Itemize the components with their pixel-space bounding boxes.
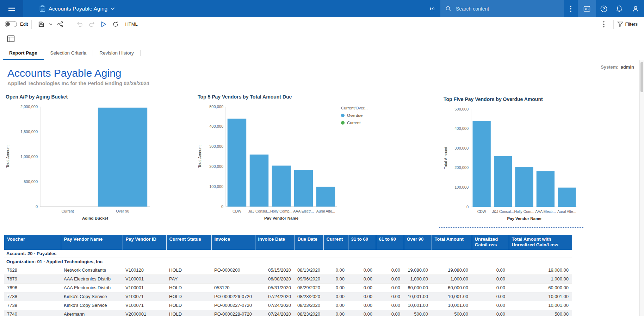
table-cell: Kinko's Copy Service xyxy=(61,292,123,301)
column-header[interactable]: Current xyxy=(323,235,348,250)
table-cell: AAA Electronics Distrib xyxy=(61,274,123,283)
search-input[interactable] xyxy=(455,6,550,12)
toggle-knob xyxy=(6,22,10,26)
save-button[interactable] xyxy=(35,18,47,31)
vertical-scrollbar[interactable] xyxy=(639,60,644,316)
cognos-app: { "app": { "navbar": { "title": "Account… xyxy=(0,0,644,316)
tab-report-page[interactable]: Report Page xyxy=(3,46,44,60)
bar[interactable] xyxy=(515,167,533,207)
table-cell: 0.00 xyxy=(348,301,376,310)
help-button[interactable]: ? xyxy=(596,0,612,17)
menu-button[interactable] xyxy=(0,0,23,17)
account-button[interactable] xyxy=(627,0,644,17)
bar[interactable] xyxy=(558,188,576,207)
svg-text:1,000,000: 1,000,000 xyxy=(20,154,38,159)
column-header[interactable]: 31 to 60 xyxy=(348,235,376,250)
toolbar-more-button[interactable] xyxy=(598,18,610,31)
bar[interactable] xyxy=(494,156,512,207)
bar[interactable] xyxy=(250,154,269,207)
bar[interactable] xyxy=(473,121,491,207)
table-row: 7738Kinko's Copy ServiceV100071HOLDPO-00… xyxy=(4,292,572,301)
table-cell: V100071 xyxy=(123,292,166,301)
svg-text:Over 90: Over 90 xyxy=(116,209,129,213)
table-cell: 1,000.00 xyxy=(509,274,572,283)
svg-text:Current: Current xyxy=(61,209,74,213)
bar[interactable] xyxy=(98,108,147,207)
live-signal-button[interactable] xyxy=(424,0,440,17)
save-dropdown-button[interactable] xyxy=(47,18,54,31)
navbar-report-switcher[interactable]: Accounts Payable Aging xyxy=(39,5,115,12)
table-cell: 08/23/2020 xyxy=(295,292,323,301)
svg-text:500,000: 500,000 xyxy=(454,107,469,111)
bar[interactable] xyxy=(228,119,247,207)
table-row: 7740AkermannV2000001HOLDPO-0000228-07200… xyxy=(4,310,572,316)
edit-toggle[interactable] xyxy=(5,21,17,27)
scrollbar-thumb[interactable] xyxy=(640,62,643,92)
table-cell: 07/24/2020 xyxy=(255,301,295,310)
page-views-button[interactable] xyxy=(5,32,17,45)
column-header[interactable]: Voucher xyxy=(4,235,61,250)
column-header[interactable]: Due Date xyxy=(295,235,323,250)
redo-button[interactable] xyxy=(86,18,98,31)
tab-selection-criteria[interactable]: Selection Criteria xyxy=(44,46,93,60)
table-cell: V100071 xyxy=(123,301,166,310)
chart-top5-overdue[interactable]: Top Five Pay Vendors by Overdue Amount 0… xyxy=(439,94,584,228)
notifications-button[interactable] xyxy=(612,0,627,17)
chart-title: Top Five Pay Vendors by Overdue Amount xyxy=(444,96,580,102)
table-cell: PO-0000227-0720 xyxy=(211,301,255,310)
table-cell: 0.00 xyxy=(348,274,376,283)
table-cell: 10,001.00 xyxy=(404,301,432,310)
column-header[interactable]: Total Amount xyxy=(432,235,472,250)
column-header[interactable]: Over 90 xyxy=(404,235,432,250)
apps-button[interactable] xyxy=(578,0,596,17)
bar[interactable] xyxy=(537,171,555,207)
filters-label: Filters xyxy=(625,21,638,27)
refresh-button[interactable] xyxy=(110,18,122,31)
chart-plot: 0100,000200,000300,000400,000500,000Tota… xyxy=(197,102,340,225)
chart-legend: Current/Over... OverdueCurrent xyxy=(340,94,400,225)
table-cell: HOLD xyxy=(166,310,211,316)
column-header[interactable]: Pay Vendor Name xyxy=(61,235,123,250)
funnel-icon xyxy=(617,21,623,27)
share-button[interactable] xyxy=(54,18,66,31)
table-cell: 0.00 xyxy=(323,274,348,283)
page-tabs: Report Page Selection Criteria Revision … xyxy=(0,46,644,60)
bar[interactable] xyxy=(272,166,291,207)
run-button[interactable] xyxy=(98,18,110,31)
save-icon xyxy=(38,21,44,27)
undo-button[interactable] xyxy=(74,18,86,31)
column-header[interactable]: Invoice xyxy=(211,235,255,250)
kebab-icon xyxy=(570,6,571,12)
svg-text:Aural Alte...: Aural Alte... xyxy=(557,209,576,214)
table-cell: 60,000.00 xyxy=(432,283,472,292)
chart-title: Top 5 Pay Vendors by Total Amount Due xyxy=(198,94,340,100)
report-icon xyxy=(39,5,45,12)
search-bar[interactable] xyxy=(440,0,564,17)
legend-title: Current/Over... xyxy=(341,106,400,110)
filters-button[interactable]: Filters xyxy=(617,21,638,27)
bar[interactable] xyxy=(316,187,335,207)
play-icon xyxy=(101,21,106,27)
column-header[interactable]: Current Status xyxy=(166,235,211,250)
svg-text:J&J Consul...: J&J Consul... xyxy=(248,209,270,213)
chart-top5-total-due[interactable]: Top 5 Pay Vendors by Total Amount Due 01… xyxy=(197,94,400,225)
group-header-cell: Account: 20 - Payables xyxy=(4,250,572,258)
table-cell: 19,080.00 xyxy=(404,266,432,274)
column-header[interactable]: Pay Vendor ID xyxy=(123,235,166,250)
more-options-button[interactable] xyxy=(564,0,578,17)
svg-text:Total Amount: Total Amount xyxy=(444,147,448,169)
table-cell: 500.00 xyxy=(509,310,572,316)
bar[interactable] xyxy=(294,170,313,207)
column-header[interactable]: Unrealized Gain/Loss xyxy=(472,235,509,250)
column-header[interactable]: Total Amount with Unrealized Gain/Loss xyxy=(509,235,572,250)
column-header[interactable]: 61 to 90 xyxy=(376,235,404,250)
column-header[interactable]: Invoice Date xyxy=(255,235,295,250)
html-format-button[interactable]: HTML xyxy=(125,21,137,27)
legend-item[interactable]: Overdue xyxy=(341,113,400,118)
table-cell: PAY xyxy=(166,274,211,283)
legend-item[interactable]: Current xyxy=(341,121,400,125)
chart-plot: 0500,0001,000,0001,500,0002,000,000Total… xyxy=(5,102,197,225)
chart-aging-bucket[interactable]: Open A/P by Aging Bucket 0500,0001,000,0… xyxy=(5,94,197,225)
tab-revision-history[interactable]: Revision History xyxy=(93,46,140,60)
legend-swatch-icon xyxy=(341,121,345,125)
